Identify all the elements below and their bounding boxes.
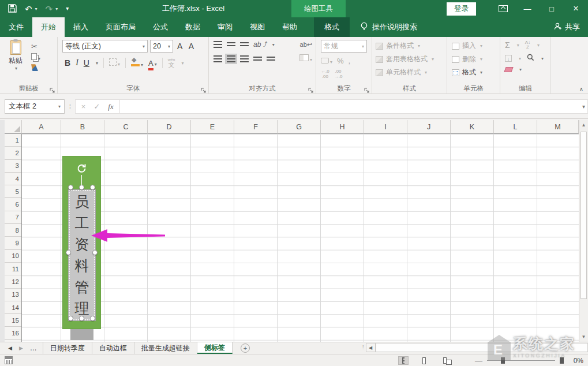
new-sheet-button[interactable]: + <box>241 343 250 353</box>
row-header-6[interactable]: 6 <box>5 198 21 211</box>
tab-home[interactable]: 开始 <box>32 17 65 37</box>
resize-handle-top-left[interactable] <box>68 185 73 190</box>
vertical-textbox[interactable]: 员 工 资 料 管 理 <box>69 190 95 320</box>
resize-handle-bottom-left[interactable] <box>68 316 73 321</box>
align-middle-icon[interactable] <box>227 41 235 48</box>
row-header-12[interactable]: 12 <box>5 275 21 288</box>
font-color-button[interactable]: A▾ <box>148 59 157 68</box>
resize-handle-mid-right[interactable] <box>92 250 98 255</box>
ribbon-display-options-button[interactable] <box>491 0 515 17</box>
tab-view[interactable]: 视图 <box>241 17 274 37</box>
row-header-3[interactable]: 3 <box>5 160 21 173</box>
tab-file[interactable]: 文件 <box>0 17 32 37</box>
tab-insert[interactable]: 插入 <box>65 17 97 37</box>
row-header-10[interactable]: 10 <box>5 250 21 263</box>
scroll-down-icon[interactable]: ▼ <box>579 332 588 342</box>
customize-qat-icon[interactable]: ▾ <box>66 6 69 12</box>
font-name-select[interactable]: 等线 (正文)▾ <box>62 40 148 53</box>
cut-icon[interactable]: ✂ <box>31 43 40 51</box>
column-header-K[interactable]: K <box>451 120 494 134</box>
align-center-icon[interactable] <box>227 55 235 62</box>
row-header-2[interactable]: 2 <box>5 147 21 159</box>
name-box[interactable]: 文本框 2▾ <box>5 99 65 114</box>
orientation-dropdown-icon[interactable]: ▾ <box>272 42 275 47</box>
resize-handle-mid-left[interactable] <box>66 250 71 255</box>
zoom-in-icon[interactable] <box>560 357 564 364</box>
sheet-tab-3[interactable]: 批量生成超链接 <box>134 342 197 354</box>
increase-indent-icon[interactable] <box>267 55 275 62</box>
resize-handle-bottom-center[interactable] <box>79 316 84 321</box>
column-header-E[interactable]: E <box>191 120 234 134</box>
align-right-icon[interactable] <box>240 55 249 62</box>
clear-icon[interactable] <box>504 67 513 72</box>
underline-button[interactable]: U <box>84 58 89 68</box>
resize-handle-top-center[interactable] <box>79 185 84 190</box>
row-header-5[interactable]: 5 <box>5 185 21 198</box>
name-box-dropdown-icon[interactable]: ▾ <box>58 104 61 109</box>
hscroll-left-icon[interactable]: ◀ <box>366 343 376 352</box>
tab-help[interactable]: 帮助 <box>274 17 306 37</box>
align-top-icon[interactable] <box>214 41 222 48</box>
zoom-slider[interactable] <box>487 360 555 361</box>
resize-handle-top-right[interactable] <box>90 185 95 190</box>
paste-button[interactable]: 粘贴 ▾ <box>5 40 27 84</box>
column-header-J[interactable]: J <box>407 120 451 134</box>
tell-me-search[interactable]: 操作说明搜索 <box>360 17 417 37</box>
column-header-C[interactable]: C <box>104 120 148 134</box>
column-header-H[interactable]: H <box>321 120 364 134</box>
sheet-tab-2[interactable]: 自动边框 <box>92 342 134 354</box>
select-all-corner[interactable] <box>5 120 22 134</box>
vertical-scrollbar[interactable]: ▲ ▼ <box>579 120 588 342</box>
column-header-B[interactable]: B <box>61 120 104 134</box>
share-button[interactable]: 共享 <box>554 17 580 37</box>
tab-review[interactable]: 审阅 <box>209 17 241 37</box>
resize-handle-bottom-right[interactable] <box>90 316 95 321</box>
tab-data[interactable]: 数据 <box>177 17 209 37</box>
horizontal-scrollbar[interactable]: ⁞ ◀ <box>362 342 588 353</box>
fill-color-button[interactable]: ▾ <box>131 58 143 68</box>
number-dialog-launcher-icon[interactable] <box>364 87 370 92</box>
font-color-dropdown-icon[interactable]: ▾ <box>155 62 157 67</box>
save-icon[interactable] <box>8 4 17 14</box>
fill-color-dropdown-icon[interactable]: ▾ <box>141 62 143 68</box>
find-select-button[interactable] <box>527 54 534 63</box>
signin-button[interactable]: 登录 <box>447 2 476 16</box>
row-header-1[interactable]: 1 <box>5 134 21 147</box>
format-painter-icon[interactable] <box>31 64 38 71</box>
row-header-14[interactable]: 14 <box>5 301 21 314</box>
font-dialog-launcher-icon[interactable] <box>201 87 207 92</box>
macro-record-icon[interactable] <box>5 356 13 364</box>
orientation-icon[interactable]: ab ⤴ <box>253 40 267 48</box>
align-bottom-icon[interactable] <box>240 42 249 47</box>
column-header-M[interactable]: M <box>537 120 579 134</box>
normal-view-button[interactable] <box>398 356 409 365</box>
scroll-up-icon[interactable]: ▲ <box>579 120 588 130</box>
row-header-15[interactable]: 15 <box>5 314 21 327</box>
row-header-4[interactable]: 4 <box>5 173 21 185</box>
column-header-A[interactable]: A <box>22 120 61 134</box>
page-layout-view-button[interactable] <box>419 356 429 365</box>
decrease-indent-icon[interactable] <box>253 55 262 62</box>
tab-page-layout[interactable]: 页面布局 <box>97 17 144 37</box>
more-sheets-icon[interactable]: … <box>30 344 37 352</box>
format-cells-button[interactable]: 格式▾ <box>452 68 497 77</box>
vertical-scroll-thumb[interactable] <box>580 132 587 299</box>
tab-formulas[interactable]: 公式 <box>144 17 177 37</box>
align-left-icon[interactable] <box>214 55 222 62</box>
wrap-text-icon[interactable]: ab↩ <box>300 41 312 48</box>
row-header-8[interactable]: 8 <box>5 224 21 237</box>
collapse-ribbon-icon[interactable]: ∧ <box>579 86 583 92</box>
hscroll-splitter[interactable]: ⁞ <box>362 345 364 350</box>
row-header-13[interactable]: 13 <box>5 289 21 301</box>
row-header-11[interactable]: 11 <box>5 263 21 275</box>
sheet-tab-4[interactable]: 侧标签 <box>197 342 233 354</box>
row-header-7[interactable]: 7 <box>5 211 21 224</box>
maximize-button[interactable]: □ <box>540 0 564 17</box>
formula-bar-expand-icon[interactable]: ▾ <box>582 103 585 110</box>
clipboard-dialog-launcher-icon[interactable] <box>50 87 55 92</box>
undo-icon[interactable]: ↶ <box>25 5 32 13</box>
copy-dropdown-icon[interactable]: ▾ <box>38 56 40 61</box>
zoom-slider-handle[interactable] <box>501 357 505 364</box>
column-header-D[interactable]: D <box>148 120 191 134</box>
undo-dropdown-icon[interactable]: ▾ <box>35 6 38 12</box>
